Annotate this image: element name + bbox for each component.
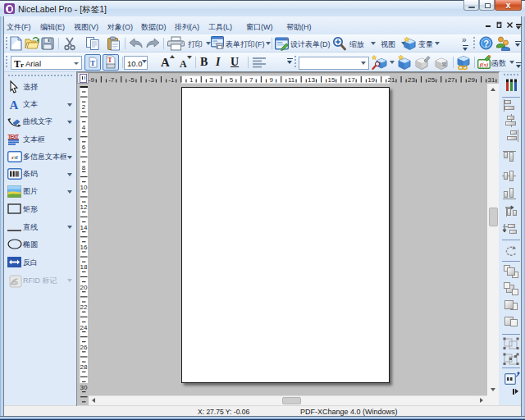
svg-text:T: T bbox=[90, 59, 95, 67]
svg-text:A: A bbox=[10, 98, 19, 111]
svg-text:TEXT: TEXT bbox=[8, 134, 20, 139]
svg-text:?: ? bbox=[483, 39, 489, 48]
svg-text:rtf: rtf bbox=[11, 153, 18, 160]
svg-text:T: T bbox=[107, 57, 112, 64]
svg-text:f(x): f(x) bbox=[480, 62, 489, 68]
